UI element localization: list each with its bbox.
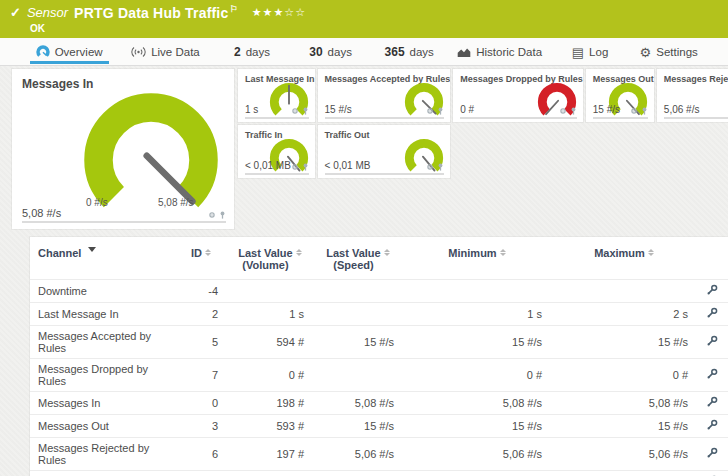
tab-365-days[interactable]: 365days bbox=[370, 38, 449, 65]
channel-settings-icon[interactable] bbox=[706, 368, 718, 380]
column-header-channel[interactable]: Channel bbox=[30, 237, 176, 280]
channel-name: Traffic In bbox=[30, 471, 176, 476]
channel-settings-icon[interactable] bbox=[706, 419, 718, 431]
table-row[interactable]: Messages In 0 198 # 5,08 #/s 5,08 #/s 5,… bbox=[30, 392, 728, 415]
channel-name: Messages Accepted by Rules bbox=[30, 326, 176, 359]
tab-label: Historic Data bbox=[476, 46, 542, 58]
table-row[interactable]: Messages Dropped by Rules 7 0 # 0 # 0 # bbox=[30, 359, 728, 392]
table-row[interactable]: Traffic In 1 0,13 MB < 0,01 MB < 0,01 MB… bbox=[30, 471, 728, 476]
table-row[interactable]: Messages Accepted by Rules 5 594 # 15 #/… bbox=[30, 326, 728, 359]
pin-icon[interactable] bbox=[302, 163, 309, 171]
channel-name: Messages Dropped by Rules bbox=[30, 359, 176, 392]
channel-name: Messages Rejected by Rules bbox=[30, 438, 176, 471]
gauge-settings-gear-icon[interactable] bbox=[630, 107, 638, 115]
gauge-icon bbox=[36, 45, 50, 59]
channel-name: Messages Out bbox=[30, 415, 176, 438]
column-header-maximum[interactable]: Maximum bbox=[552, 237, 698, 280]
tab-bar: Overview Live Data 2days 30days 365days … bbox=[0, 38, 728, 66]
pin-icon[interactable] bbox=[437, 107, 444, 115]
pin-icon[interactable] bbox=[437, 163, 444, 171]
channel-settings-icon[interactable] bbox=[706, 307, 718, 319]
gear-icon: ⚙ bbox=[640, 46, 652, 59]
gauge-title: Messages Rejected by Rules bbox=[657, 69, 728, 84]
gauge-settings-gear-icon[interactable] bbox=[291, 163, 299, 171]
gauge-settings-gear-icon[interactable] bbox=[559, 107, 567, 115]
pin-icon[interactable] bbox=[219, 211, 226, 219]
tab-settings[interactable]: ⚙ Settings bbox=[629, 38, 708, 65]
tab-label: Live Data bbox=[151, 46, 200, 58]
pin-icon[interactable] bbox=[641, 107, 648, 115]
tab-label: Overview bbox=[55, 46, 103, 58]
gauge-settings-gear-icon[interactable] bbox=[208, 211, 216, 219]
gauge-card-messages-dropped: Messages Dropped by Rules 0 # bbox=[453, 69, 583, 122]
gauge-card-traffic-in: Traffic In < 0,01 MB bbox=[238, 125, 315, 178]
column-header-id[interactable]: ID bbox=[176, 237, 228, 280]
gauge-value: < 0,01 MB bbox=[325, 160, 371, 171]
channel-name: Downtime bbox=[30, 280, 176, 303]
live-data-icon bbox=[131, 46, 146, 58]
sort-icon bbox=[296, 249, 302, 256]
channel-settings-icon[interactable] bbox=[706, 335, 718, 347]
column-header-last-value-speed[interactable]: Last Value(Speed) bbox=[314, 237, 404, 280]
tab-label: days bbox=[328, 46, 352, 58]
priority-stars[interactable]: ★★★☆☆ bbox=[252, 6, 306, 19]
gauge-card-messages-out: Messages Out 15 #/s bbox=[586, 69, 654, 122]
small-gauges-grid: Last Message In 1 s Messages Accepted by… bbox=[238, 69, 728, 178]
tab-label: days bbox=[410, 46, 434, 58]
gauge-value: 5,06 #/s bbox=[664, 104, 700, 115]
sort-icon bbox=[500, 249, 506, 256]
channel-name: Messages In bbox=[30, 392, 176, 415]
historic-chart-icon bbox=[457, 46, 471, 58]
channel-settings-icon[interactable] bbox=[706, 284, 718, 296]
sort-icon bbox=[648, 249, 654, 256]
gauge-card-messages-in: Messages In 0 #/s 5,08 #/s 5,08 #/s bbox=[12, 69, 234, 229]
pin-icon[interactable] bbox=[570, 107, 577, 115]
channel-table: Channel ID Last Value(Volume) Last Value… bbox=[30, 237, 728, 476]
sensor-title: PRTG Data Hub Traffic⚐ bbox=[74, 4, 238, 21]
gauge-settings-gear-icon[interactable] bbox=[426, 107, 434, 115]
tab-label: days bbox=[246, 46, 270, 58]
gauge-value: < 0,01 MB bbox=[245, 160, 291, 171]
gauge-value: 1 s bbox=[245, 104, 258, 115]
tab-30-days[interactable]: 30days bbox=[291, 38, 370, 65]
sort-desc-icon bbox=[88, 247, 96, 252]
gauge-settings-gear-icon[interactable] bbox=[291, 107, 299, 115]
object-kind-label: Sensor bbox=[27, 5, 68, 20]
tab-live-data[interactable]: Live Data bbox=[118, 38, 212, 65]
sort-icon bbox=[384, 249, 390, 256]
gauge-card-traffic-out: Traffic Out < 0,01 MB bbox=[318, 125, 451, 178]
table-row[interactable]: Messages Out 3 593 # 15 #/s 15 #/s 15 #/… bbox=[30, 415, 728, 438]
channel-settings-icon[interactable] bbox=[706, 396, 718, 408]
gauge-value: 15 #/s bbox=[325, 104, 352, 115]
sort-icon bbox=[205, 249, 211, 256]
channel-name: Last Message In bbox=[30, 303, 176, 326]
pin-icon[interactable] bbox=[302, 107, 309, 115]
gauge-card-messages-accepted: Messages Accepted by Rules 15 #/s bbox=[318, 69, 451, 122]
table-row[interactable]: Messages Rejected by Rules 6 197 # 5,06 … bbox=[30, 438, 728, 471]
gauge-settings-gear-icon[interactable] bbox=[426, 163, 434, 171]
tab-label: Log bbox=[589, 46, 608, 58]
log-icon: ▤ bbox=[572, 46, 584, 59]
gauge-value: 0 # bbox=[460, 104, 474, 115]
gauge-value: 15 #/s bbox=[593, 104, 620, 115]
tab-log[interactable]: ▤ Log bbox=[551, 38, 630, 65]
channel-table-card: Channel ID Last Value(Volume) Last Value… bbox=[30, 237, 728, 476]
channel-settings-icon[interactable] bbox=[706, 447, 718, 459]
sensor-header: ✓ Sensor PRTG Data Hub Traffic⚐ ★★★☆☆ OK bbox=[0, 0, 728, 38]
gauge-card-last-message-in: Last Message In 1 s bbox=[238, 69, 315, 122]
tab-2-days[interactable]: 2days bbox=[213, 38, 292, 65]
column-header-last-value-volume[interactable]: Last Value(Volume) bbox=[228, 237, 314, 280]
status-ok-icon: ✓ bbox=[10, 5, 21, 20]
gauge-card-messages-rejected: Messages Rejected by Rules 5,06 #/s bbox=[657, 69, 728, 122]
tab-label: Settings bbox=[656, 46, 698, 58]
tab-historic-data[interactable]: Historic Data bbox=[449, 38, 551, 65]
flag-icon: ⚐ bbox=[229, 4, 237, 14]
gauge-value: 5,08 #/s bbox=[22, 207, 61, 219]
overview-gauges: Messages In 0 #/s 5,08 #/s 5,08 #/s Last… bbox=[12, 69, 728, 229]
table-row[interactable]: Downtime -4 bbox=[30, 280, 728, 303]
status-badge: OK bbox=[30, 23, 718, 34]
table-row[interactable]: Last Message In 2 1 s 1 s 2 s bbox=[30, 303, 728, 326]
column-header-minimum[interactable]: Minimum bbox=[404, 237, 552, 280]
tab-overview[interactable]: Overview bbox=[20, 38, 118, 65]
